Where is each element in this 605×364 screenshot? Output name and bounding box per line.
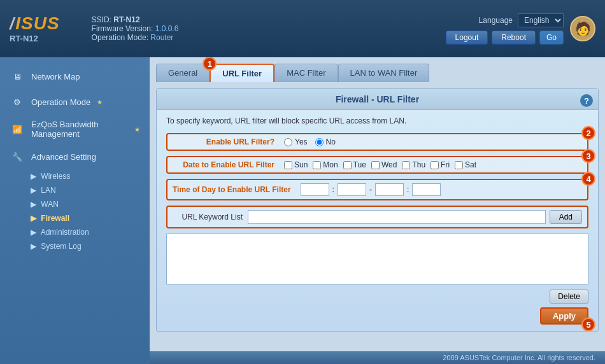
keyword-row: URL Keyword List Add	[166, 206, 588, 228]
checkbox-mon[interactable]	[313, 161, 321, 169]
network-map-icon: 🖥	[10, 69, 25, 84]
chevron-wan-icon: ▶	[31, 200, 36, 209]
main-layout: 🖥 Network Map ⚙ Operation Mode ★ 📶 EzQoS…	[0, 57, 605, 364]
enable-row-wrapper: Enable URL Filter? Yes No	[166, 133, 588, 151]
go-button[interactable]: Go	[539, 31, 564, 45]
radio-no-label[interactable]: No	[315, 137, 336, 146]
checkbox-sat[interactable]	[455, 161, 463, 169]
enable-url-filter-row: Enable URL Filter? Yes No	[166, 133, 588, 151]
time-end-m[interactable]	[412, 183, 441, 196]
sidebar-label-operation-mode: Operation Mode	[31, 97, 90, 107]
apply-wrapper: Apply 5	[166, 307, 588, 325]
date-row-wrapper: Date to Enable URL Filter Sun Mon Tue We…	[166, 156, 588, 174]
annotation-5: 5	[581, 318, 595, 332]
day-sun[interactable]: Sun	[284, 160, 308, 169]
tab-mac-filter-label: MAC Filter	[287, 68, 325, 78]
time-inputs: : - :	[301, 183, 441, 196]
sidebar-label-ezqos: EzQoS Bandwidth Management	[31, 120, 128, 139]
time-start-m[interactable]	[338, 183, 366, 196]
day-mon[interactable]: Mon	[313, 160, 338, 169]
tab-lan-to-wan[interactable]: LAN to WAN Filter	[338, 64, 430, 82]
day-tue[interactable]: Tue	[343, 160, 366, 169]
day-wed[interactable]: Wed	[371, 160, 397, 169]
sidebar-item-advanced[interactable]: 🔧 Advanced Setting	[0, 144, 150, 169]
checkbox-wed[interactable]	[371, 161, 380, 169]
content-wrapper: General URL Filter 1 MAC Filter LAN to W…	[150, 57, 605, 364]
firmware-label: Firmware Version:	[92, 24, 153, 33]
day-thu[interactable]: Thu	[402, 160, 425, 169]
radio-yes[interactable]	[284, 138, 292, 146]
header: /ISUS RT-N12 SSID: RT-N12 Firmware Versi…	[0, 0, 605, 57]
star-icon: ★	[97, 99, 103, 106]
annotation-2: 2	[581, 126, 595, 140]
delete-button[interactable]: Delete	[550, 290, 588, 304]
checkbox-tue[interactable]	[343, 161, 352, 169]
time-row-wrapper: Time of Day to Enable URL Filter : - :	[166, 179, 588, 200]
annotation-4: 4	[581, 172, 595, 186]
opmode-label: Operation Mode:	[92, 33, 148, 42]
tab-mac-filter[interactable]: MAC Filter	[274, 64, 338, 82]
tabs: General URL Filter 1 MAC Filter LAN to W…	[156, 64, 599, 82]
logout-button[interactable]: Logout	[446, 31, 488, 45]
language-select[interactable]: English	[518, 13, 564, 27]
content: General URL Filter 1 MAC Filter LAN to W…	[150, 57, 605, 351]
sidebar: 🖥 Network Map ⚙ Operation Mode ★ 📶 EzQoS…	[0, 57, 150, 364]
enable-controls: Yes No	[284, 137, 582, 146]
footer: 2009 ASUSTek Computer Inc. All rights re…	[150, 351, 605, 364]
sidebar-label-lan: LAN	[41, 186, 55, 195]
panel-title: Firewall - URL Filter	[157, 89, 598, 110]
header-info: SSID: RT-N12 Firmware Version: 1.0.0.6 O…	[79, 15, 446, 42]
chevron-admin-icon: ▶	[31, 228, 36, 237]
panel-description: To specify keyword, URL filter will bloc…	[166, 116, 588, 125]
sidebar-item-system-log[interactable]: ▶ System Log	[0, 239, 150, 253]
radio-yes-label[interactable]: Yes	[284, 137, 308, 146]
bottom-row: Delete	[166, 290, 588, 304]
tab-general-label: General	[168, 68, 197, 78]
sidebar-item-wireless[interactable]: ▶ Wireless	[0, 169, 150, 183]
time-start-h[interactable]	[301, 183, 329, 196]
language-label: Language	[479, 16, 513, 25]
time-end-h[interactable]	[375, 183, 404, 196]
sidebar-label-wan: WAN	[41, 200, 59, 209]
time-row: Time of Day to Enable URL Filter : - :	[166, 179, 588, 200]
sidebar-item-lan[interactable]: ▶ LAN	[0, 183, 150, 197]
opmode-link[interactable]: Router	[150, 33, 173, 42]
day-checkboxes: Sun Mon Tue Wed Thu Fri Sat	[284, 160, 476, 169]
day-fri[interactable]: Fri	[431, 160, 450, 169]
checkbox-thu[interactable]	[402, 161, 410, 169]
tab-url-filter[interactable]: URL Filter	[210, 64, 274, 82]
reboot-button[interactable]: Reboot	[492, 31, 536, 45]
tab-general[interactable]: General	[156, 64, 210, 82]
help-icon[interactable]: ?	[580, 94, 593, 107]
sidebar-item-network-map[interactable]: 🖥 Network Map	[0, 64, 150, 89]
day-sat[interactable]: Sat	[455, 160, 476, 169]
checkbox-sun[interactable]	[284, 161, 292, 169]
sidebar-label-network-map: Network Map	[31, 72, 80, 81]
advanced-icon: 🔧	[10, 149, 25, 164]
sidebar-label-system-log: System Log	[41, 242, 81, 251]
sidebar-item-wan[interactable]: ▶ WAN	[0, 197, 150, 211]
sidebar-label-advanced: Advanced Setting	[31, 152, 96, 162]
ssid-value: RT-N12	[113, 15, 139, 24]
sidebar-item-operation-mode[interactable]: ⚙ Operation Mode ★	[0, 89, 150, 115]
header-right: Language English Logout Reboot Go	[446, 13, 564, 45]
tab-lan-to-wan-label: LAN to WAN Filter	[350, 68, 418, 78]
keyword-input[interactable]	[248, 210, 546, 224]
ssid-label: SSID:	[92, 15, 111, 24]
sidebar-item-ezqos[interactable]: 📶 EzQoS Bandwidth Management ★	[0, 115, 150, 144]
language-area: Language English	[479, 13, 564, 27]
radio-no[interactable]	[315, 138, 324, 146]
add-button[interactable]: Add	[550, 210, 582, 224]
tab-url-filter-label: URL Filter	[222, 69, 262, 78]
sidebar-item-firewall[interactable]: ▶ Firewall	[0, 211, 150, 225]
checkbox-fri[interactable]	[431, 161, 439, 169]
annotation-3: 3	[581, 149, 595, 163]
operation-mode-icon: ⚙	[10, 94, 25, 109]
sidebar-item-administration[interactable]: ▶ Administration	[0, 225, 150, 239]
time-colon2: :	[407, 185, 409, 194]
panel-body: To specify keyword, URL filter will bloc…	[157, 110, 598, 331]
firmware-link[interactable]: 1.0.0.6	[155, 24, 179, 33]
chevron-wireless-icon: ▶	[31, 172, 36, 181]
sidebar-label-firewall: Firewall	[41, 214, 69, 223]
sidebar-label-administration: Administration	[41, 228, 89, 237]
